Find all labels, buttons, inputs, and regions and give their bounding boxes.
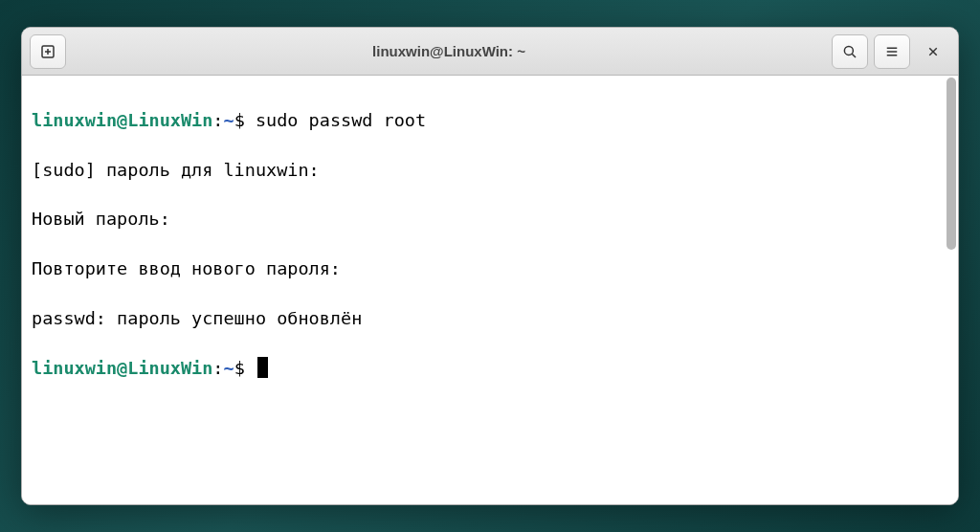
terminal-line: linuxwin@LinuxWin:~$ xyxy=(32,356,948,381)
prompt-symbol: $ xyxy=(234,110,256,130)
terminal-line: passwd: пароль успешно обновлён xyxy=(32,306,948,331)
prompt-path: ~ xyxy=(224,358,234,378)
close-icon xyxy=(924,43,942,60)
prompt-sep: : xyxy=(212,110,223,130)
titlebar: linuxwin@LinuxWin: ~ xyxy=(22,28,958,76)
menu-button[interactable] xyxy=(874,34,910,69)
terminal-body[interactable]: linuxwin@LinuxWin:~$ sudo passwd root [s… xyxy=(22,76,958,504)
svg-line-4 xyxy=(852,54,856,57)
terminal-line: linuxwin@LinuxWin:~$ sudo passwd root xyxy=(32,108,948,133)
terminal-line: Новый пароль: xyxy=(32,207,948,232)
prompt-userhost: linuxwin@LinuxWin xyxy=(32,358,212,378)
terminal-window: linuxwin@LinuxWin: ~ linuxwin@LinuxWin:~… xyxy=(21,27,959,505)
close-button[interactable] xyxy=(916,34,950,69)
svg-point-3 xyxy=(844,46,853,55)
prompt-symbol: $ xyxy=(234,358,256,378)
prompt-sep: : xyxy=(212,358,223,378)
window-title: linuxwin@LinuxWin: ~ xyxy=(72,43,826,59)
cursor xyxy=(257,357,268,378)
new-tab-button[interactable] xyxy=(30,34,66,69)
terminal-line: Повторите ввод нового пароля: xyxy=(32,256,948,281)
prompt-userhost: linuxwin@LinuxWin xyxy=(32,110,212,130)
command-text: sudo passwd root xyxy=(256,110,426,130)
search-icon xyxy=(841,43,858,60)
prompt-path: ~ xyxy=(224,110,234,130)
search-button[interactable] xyxy=(832,34,868,69)
scrollbar-thumb[interactable] xyxy=(947,78,956,250)
hamburger-icon xyxy=(883,43,901,60)
terminal-line: [sudo] пароль для linuxwin: xyxy=(32,158,948,183)
plus-square-icon xyxy=(39,43,56,60)
